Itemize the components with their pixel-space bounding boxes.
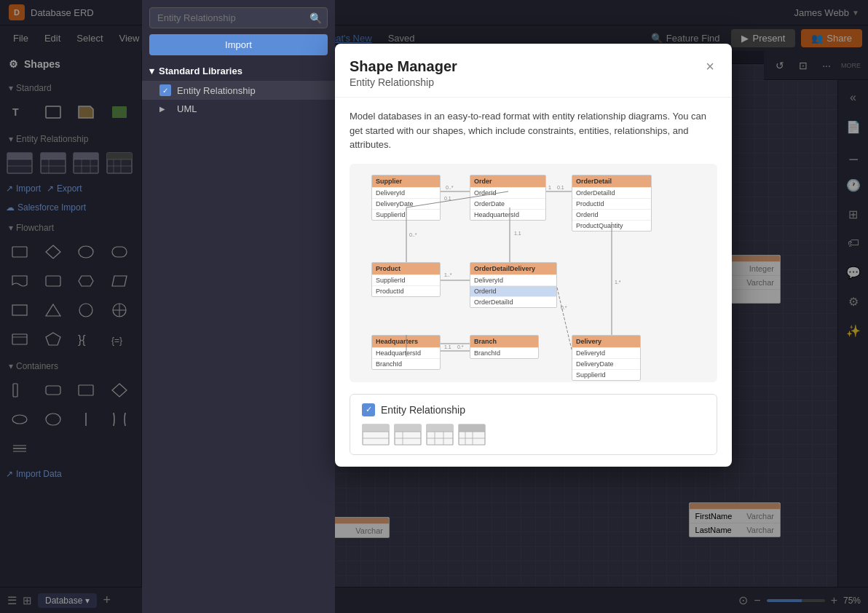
lib-uml-label: UML	[177, 103, 197, 114]
svg-line-70	[557, 288, 572, 349]
sm-footer-title: Entity Relationship	[381, 404, 465, 416]
svg-text:0.1: 0.1	[444, 196, 451, 201]
erd-hq-row1: HeadquartersId	[372, 347, 440, 358]
erd-order-header: Order	[470, 175, 545, 187]
shape-manager-dialog: Shape Manager Entity Relationship × Mode…	[335, 44, 732, 467]
search-icon: 🔍	[309, 12, 322, 24]
svg-text:0.*: 0.*	[457, 344, 464, 349]
sm-preview-shape3	[426, 424, 454, 446]
sm-preview-shape4	[458, 424, 486, 446]
erd-product-row1: SupplierId	[372, 274, 440, 285]
search-input-wrapper: 🔍	[142, 0, 335, 28]
erd-branch-table: Branch BranchId	[470, 335, 539, 359]
svg-text:1.1: 1.1	[514, 231, 521, 236]
erd-supplier-row3: SupplierId	[372, 209, 440, 220]
erd-od-row2: ProductId	[572, 198, 651, 209]
erd-product-header: Product	[372, 263, 440, 274]
shape-search-input[interactable]	[149, 7, 328, 28]
lib-item-er[interactable]: ✓ Entity Relationship	[142, 81, 335, 100]
erd-odd-row3: OrderDetailId	[470, 296, 556, 307]
svg-text:0..*: 0..*	[409, 232, 417, 237]
erd-orderdetail-header: OrderDetail	[572, 175, 651, 187]
sm-description: Model databases in an easy-to-read forma…	[350, 109, 717, 152]
uml-arrow-icon: ▶	[159, 105, 165, 113]
sm-subtitle: Entity Relationship	[350, 76, 703, 88]
erd-delivery-header: Delivery	[572, 336, 640, 347]
erd-order-row3: HeadquartersId	[470, 209, 545, 220]
svg-text:0.*: 0.*	[561, 305, 567, 310]
shape-search-panel: 🔍 Import ▾ Standard Libraries ✓ Entity R…	[142, 0, 335, 613]
erd-preview: Supplier DeliveryId DeliveryDate Supplie…	[350, 164, 717, 382]
svg-text:1: 1	[548, 185, 551, 190]
erd-product-row2: ProductId	[372, 285, 440, 296]
lib-item-uml[interactable]: ▶ UML	[142, 100, 335, 118]
erd-supplier-row1: DeliveryId	[372, 187, 440, 198]
erd-branch-header: Branch	[470, 336, 538, 347]
sm-close-button[interactable]: ×	[703, 58, 717, 75]
svg-rect-80	[395, 424, 421, 432]
er-checkbox[interactable]: ✓	[159, 84, 171, 96]
erd-order-row2: OrderDate	[470, 198, 545, 209]
erd-supplier-header: Supplier	[372, 175, 440, 187]
erd-supplier-row2: DeliveryDate	[372, 198, 440, 209]
erd-odd-table: OrderDetailDelivery DeliveryId OrderId O…	[470, 262, 557, 308]
lib-er-label: Entity Relationship	[177, 85, 256, 96]
erd-delivery-table: Delivery DeliveryId DeliveryDate Supplie…	[572, 335, 641, 381]
erd-hq-header: Headquarters	[372, 336, 440, 347]
svg-rect-76	[363, 424, 389, 432]
erd-delivery-row3: SupplierId	[572, 369, 640, 380]
erd-od-row4: ProductQuantity	[572, 220, 651, 231]
sm-header: Shape Manager Entity Relationship ×	[335, 44, 732, 98]
sm-header-text: Shape Manager Entity Relationship	[350, 58, 703, 88]
erd-product-table: Product SupplierId ProductId	[371, 262, 441, 297]
erd-delivery-row2: DeliveryDate	[572, 358, 640, 369]
standard-libs-header: ▾ Standard Libraries	[142, 61, 335, 81]
erd-hq-row2: BranchId	[372, 358, 440, 369]
sm-preview-shape1	[362, 424, 390, 446]
erd-odd-row2: OrderId	[470, 285, 556, 296]
dropdown-icon: ▾	[149, 66, 154, 76]
svg-text:0..*: 0..*	[446, 185, 454, 190]
svg-text:1.*: 1.*	[615, 280, 621, 285]
erd-orderdetail-table: OrderDetail OrderDetailId ProductId Orde…	[572, 175, 652, 232]
svg-text:0.1: 0.1	[557, 185, 564, 190]
erd-branch-row1: BranchId	[470, 347, 538, 358]
svg-text:1..*: 1..*	[444, 272, 452, 277]
sm-preview-shape2	[394, 424, 422, 446]
erd-odd-row1: DeliveryId	[470, 274, 556, 285]
sm-shape-previews	[362, 424, 705, 446]
shape-import-button[interactable]: Import	[149, 34, 328, 55]
sm-footer-header: ✓ Entity Relationship	[362, 403, 705, 416]
erd-order-row1: OrderId	[470, 187, 545, 198]
erd-delivery-row1: DeliveryId	[572, 347, 640, 358]
erd-odd-header: OrderDetailDelivery	[470, 263, 556, 274]
sm-body: Model databases in an easy-to-read forma…	[335, 98, 732, 467]
erd-supplier-table: Supplier DeliveryId DeliveryDate Supplie…	[371, 175, 441, 221]
sm-title: Shape Manager	[350, 58, 703, 75]
svg-rect-91	[459, 424, 485, 432]
sm-footer-checkbox[interactable]: ✓	[362, 403, 375, 416]
sm-footer: ✓ Entity Relationship	[350, 394, 717, 455]
svg-rect-85	[427, 424, 453, 432]
erd-hq-table: Headquarters HeadquartersId BranchId	[371, 335, 441, 370]
erd-order-table: Order OrderId OrderDate HeadquartersId	[470, 175, 546, 221]
erd-od-row1: OrderDetailId	[572, 187, 651, 198]
svg-text:1.1: 1.1	[444, 344, 451, 349]
erd-od-row3: OrderId	[572, 209, 651, 220]
